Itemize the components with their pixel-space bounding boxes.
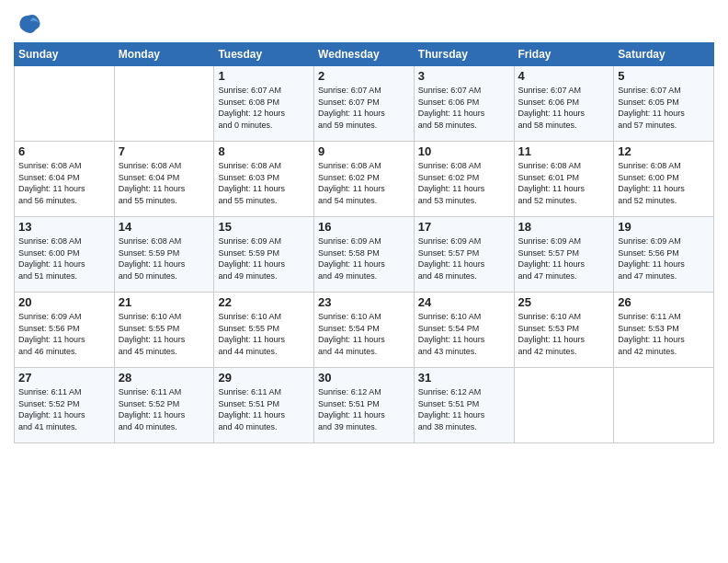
weekday-header-thursday: Thursday [414, 43, 514, 66]
calendar-cell: 22Sunrise: 6:10 AM Sunset: 5:55 PM Dayli… [214, 293, 314, 368]
day-info: Sunrise: 6:10 AM Sunset: 5:54 PM Dayligh… [418, 311, 510, 357]
day-number: 29 [218, 371, 310, 385]
day-number: 16 [318, 220, 410, 234]
calendar-table: SundayMondayTuesdayWednesdayThursdayFrid… [14, 42, 714, 443]
calendar-cell: 15Sunrise: 6:09 AM Sunset: 5:59 PM Dayli… [214, 217, 314, 293]
day-number: 19 [618, 220, 710, 234]
calendar-cell: 8Sunrise: 6:08 AM Sunset: 6:03 PM Daylig… [214, 142, 314, 217]
day-info: Sunrise: 6:07 AM Sunset: 6:07 PM Dayligh… [318, 85, 410, 131]
day-info: Sunrise: 6:08 AM Sunset: 6:02 PM Dayligh… [318, 160, 410, 206]
day-info: Sunrise: 6:08 AM Sunset: 6:02 PM Dayligh… [418, 160, 510, 206]
day-info: Sunrise: 6:09 AM Sunset: 5:56 PM Dayligh… [618, 236, 710, 282]
logo-icon [17, 11, 42, 37]
calendar-cell: 31Sunrise: 6:12 AM Sunset: 5:51 PM Dayli… [414, 368, 514, 443]
calendar-cell: 27Sunrise: 6:11 AM Sunset: 5:52 PM Dayli… [15, 368, 115, 443]
calendar-cell: 30Sunrise: 6:12 AM Sunset: 5:51 PM Dayli… [314, 368, 415, 443]
day-number: 22 [218, 295, 310, 309]
calendar-cell: 17Sunrise: 6:09 AM Sunset: 5:57 PM Dayli… [414, 217, 514, 293]
day-info: Sunrise: 6:11 AM Sunset: 5:52 PM Dayligh… [119, 386, 210, 432]
day-number: 5 [618, 69, 710, 83]
calendar-cell: 20Sunrise: 6:09 AM Sunset: 5:56 PM Dayli… [15, 293, 115, 368]
calendar-week-0: 1Sunrise: 6:07 AM Sunset: 6:08 PM Daylig… [15, 66, 714, 142]
day-number: 25 [518, 295, 610, 309]
calendar-cell: 16Sunrise: 6:09 AM Sunset: 5:58 PM Dayli… [314, 217, 415, 293]
weekday-header-sunday: Sunday [15, 43, 115, 66]
weekday-header-saturday: Saturday [614, 43, 714, 66]
day-number: 13 [18, 220, 110, 234]
day-number: 15 [218, 220, 310, 234]
calendar-week-1: 6Sunrise: 6:08 AM Sunset: 6:04 PM Daylig… [15, 142, 714, 217]
day-number: 14 [119, 220, 210, 234]
day-info: Sunrise: 6:07 AM Sunset: 6:05 PM Dayligh… [618, 85, 710, 131]
day-info: Sunrise: 6:10 AM Sunset: 5:53 PM Dayligh… [518, 311, 610, 357]
day-number: 24 [418, 295, 510, 309]
calendar-week-4: 27Sunrise: 6:11 AM Sunset: 5:52 PM Dayli… [15, 368, 714, 443]
day-number: 10 [418, 144, 510, 158]
day-info: Sunrise: 6:08 AM Sunset: 6:00 PM Dayligh… [618, 160, 710, 206]
day-info: Sunrise: 6:09 AM Sunset: 5:58 PM Dayligh… [318, 236, 410, 282]
calendar-cell: 25Sunrise: 6:10 AM Sunset: 5:53 PM Dayli… [514, 293, 614, 368]
day-number: 3 [418, 69, 510, 83]
day-info: Sunrise: 6:08 AM Sunset: 5:59 PM Dayligh… [119, 236, 210, 282]
weekday-header-tuesday: Tuesday [214, 43, 314, 66]
day-info: Sunrise: 6:09 AM Sunset: 5:56 PM Dayligh… [18, 311, 110, 357]
calendar-cell: 19Sunrise: 6:09 AM Sunset: 5:56 PM Dayli… [614, 217, 714, 293]
day-info: Sunrise: 6:10 AM Sunset: 5:55 PM Dayligh… [218, 311, 310, 357]
day-number: 2 [318, 69, 410, 83]
calendar-cell: 14Sunrise: 6:08 AM Sunset: 5:59 PM Dayli… [114, 217, 214, 293]
day-info: Sunrise: 6:12 AM Sunset: 5:51 PM Dayligh… [418, 386, 510, 432]
calendar-cell: 11Sunrise: 6:08 AM Sunset: 6:01 PM Dayli… [514, 142, 614, 217]
header-row [14, 9, 714, 37]
day-number: 30 [318, 371, 410, 385]
calendar-cell: 6Sunrise: 6:08 AM Sunset: 6:04 PM Daylig… [15, 142, 115, 217]
day-number: 1 [218, 69, 310, 83]
day-info: Sunrise: 6:09 AM Sunset: 5:59 PM Dayligh… [218, 236, 310, 282]
day-info: Sunrise: 6:12 AM Sunset: 5:51 PM Dayligh… [318, 386, 410, 432]
calendar-cell: 28Sunrise: 6:11 AM Sunset: 5:52 PM Dayli… [114, 368, 214, 443]
day-number: 6 [18, 144, 110, 158]
weekday-header-wednesday: Wednesday [314, 43, 415, 66]
calendar-cell: 26Sunrise: 6:11 AM Sunset: 5:53 PM Dayli… [614, 293, 714, 368]
calendar-cell: 13Sunrise: 6:08 AM Sunset: 6:00 PM Dayli… [15, 217, 115, 293]
calendar-cell [114, 66, 214, 142]
calendar-cell: 7Sunrise: 6:08 AM Sunset: 6:04 PM Daylig… [114, 142, 214, 217]
day-number: 28 [119, 371, 210, 385]
weekday-header-row: SundayMondayTuesdayWednesdayThursdayFrid… [15, 43, 714, 66]
calendar-cell: 23Sunrise: 6:10 AM Sunset: 5:54 PM Dayli… [314, 293, 415, 368]
day-number: 27 [18, 371, 110, 385]
day-number: 4 [518, 69, 610, 83]
calendar-cell: 21Sunrise: 6:10 AM Sunset: 5:55 PM Dayli… [114, 293, 214, 368]
day-info: Sunrise: 6:08 AM Sunset: 6:04 PM Dayligh… [18, 160, 110, 206]
day-info: Sunrise: 6:10 AM Sunset: 5:54 PM Dayligh… [318, 311, 410, 357]
day-number: 12 [618, 144, 710, 158]
calendar-cell: 3Sunrise: 6:07 AM Sunset: 6:06 PM Daylig… [414, 66, 514, 142]
day-info: Sunrise: 6:07 AM Sunset: 6:08 PM Dayligh… [218, 85, 310, 131]
day-number: 7 [119, 144, 210, 158]
logo [14, 13, 42, 37]
calendar-cell: 18Sunrise: 6:09 AM Sunset: 5:57 PM Dayli… [514, 217, 614, 293]
calendar-cell: 5Sunrise: 6:07 AM Sunset: 6:05 PM Daylig… [614, 66, 714, 142]
day-number: 31 [418, 371, 510, 385]
calendar-cell: 12Sunrise: 6:08 AM Sunset: 6:00 PM Dayli… [614, 142, 714, 217]
calendar-cell [514, 368, 614, 443]
day-info: Sunrise: 6:10 AM Sunset: 5:55 PM Dayligh… [119, 311, 210, 357]
calendar-cell [15, 66, 115, 142]
day-number: 21 [119, 295, 210, 309]
day-number: 8 [218, 144, 310, 158]
day-number: 20 [18, 295, 110, 309]
day-info: Sunrise: 6:08 AM Sunset: 6:04 PM Dayligh… [119, 160, 210, 206]
day-info: Sunrise: 6:09 AM Sunset: 5:57 PM Dayligh… [518, 236, 610, 282]
day-info: Sunrise: 6:07 AM Sunset: 6:06 PM Dayligh… [418, 85, 510, 131]
calendar-week-2: 13Sunrise: 6:08 AM Sunset: 6:00 PM Dayli… [15, 217, 714, 293]
day-number: 9 [318, 144, 410, 158]
calendar-cell: 1Sunrise: 6:07 AM Sunset: 6:08 PM Daylig… [214, 66, 314, 142]
calendar-cell [614, 368, 714, 443]
day-info: Sunrise: 6:11 AM Sunset: 5:53 PM Dayligh… [618, 311, 710, 357]
calendar-cell: 4Sunrise: 6:07 AM Sunset: 6:06 PM Daylig… [514, 66, 614, 142]
day-number: 11 [518, 144, 610, 158]
calendar-cell: 10Sunrise: 6:08 AM Sunset: 6:02 PM Dayli… [414, 142, 514, 217]
day-info: Sunrise: 6:08 AM Sunset: 6:03 PM Dayligh… [218, 160, 310, 206]
calendar-week-3: 20Sunrise: 6:09 AM Sunset: 5:56 PM Dayli… [15, 293, 714, 368]
day-info: Sunrise: 6:07 AM Sunset: 6:06 PM Dayligh… [518, 85, 610, 131]
day-info: Sunrise: 6:08 AM Sunset: 6:01 PM Dayligh… [518, 160, 610, 206]
